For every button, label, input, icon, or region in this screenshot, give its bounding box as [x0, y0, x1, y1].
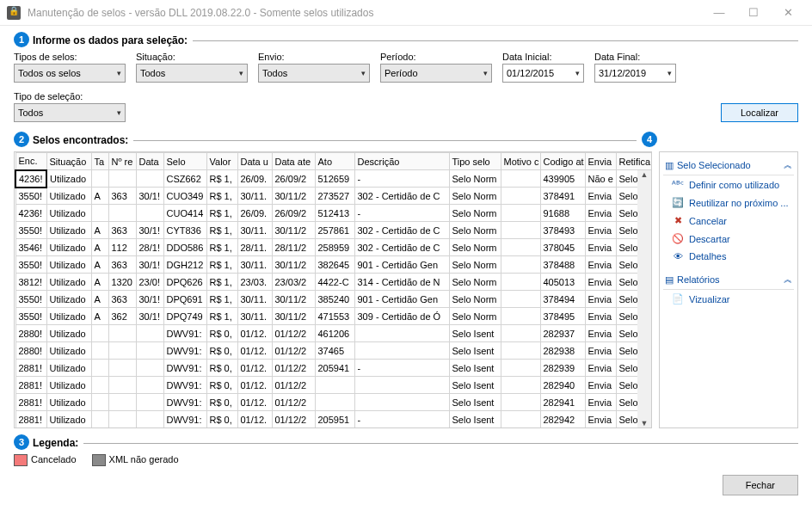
- table-cell: 378491: [540, 188, 585, 205]
- table-cell: 23/03/2: [272, 274, 315, 291]
- minimize-button[interactable]: —: [702, 0, 736, 26]
- column-header[interactable]: Codigo at: [540, 153, 585, 170]
- fechar-button[interactable]: Fechar: [723, 475, 798, 495]
- periodo-select[interactable]: Período ▾: [380, 64, 492, 83]
- table-cell: R$ 1,: [206, 308, 237, 325]
- table-cell: -: [354, 411, 449, 428]
- close-button[interactable]: ✕: [771, 0, 805, 26]
- table-cell: CYT836: [163, 222, 206, 239]
- column-header[interactable]: Ta: [91, 153, 108, 170]
- column-header[interactable]: Ato: [315, 153, 354, 170]
- table-cell: CUO349: [163, 188, 206, 205]
- table-row[interactable]: 3546!UtilizadoA11228/1!DDO586R$ 1,28/11.…: [15, 239, 652, 256]
- localizar-button[interactable]: Localizar: [721, 103, 798, 122]
- table-cell: 901 - Certidão Gen: [354, 256, 449, 274]
- table-row[interactable]: 2881!UtilizadoDWV91:R$ 0,01/12.01/12/2Se…: [15, 394, 652, 411]
- action-label: Vizualizar: [689, 294, 730, 304]
- table-cell: 01/12.: [237, 342, 272, 360]
- table-cell: R$ 1,: [206, 222, 237, 239]
- table-cell: Envia: [585, 205, 616, 222]
- panel-action-item[interactable]: 🔄Reutilizar no próximo ...: [663, 194, 794, 212]
- table-row[interactable]: 3812!UtilizadoA132023/0!DPQ626R$ 1,23/03…: [15, 274, 652, 291]
- table-row[interactable]: 2881!UtilizadoDWV91:R$ 0,01/12.01/12/220…: [15, 428, 652, 429]
- column-header[interactable]: Retifica: [616, 153, 652, 170]
- column-header[interactable]: Situação: [46, 153, 91, 170]
- table-row[interactable]: 2881!UtilizadoDWV91:R$ 0,01/12.01/12/220…: [15, 360, 652, 377]
- table-row[interactable]: 4236!UtilizadoCSZ662R$ 1,26/09.26/09/251…: [15, 170, 652, 188]
- table-cell: 382645: [315, 256, 354, 274]
- panel-action-item[interactable]: 👁Detalhes: [663, 248, 794, 265]
- column-header[interactable]: Nº re: [108, 153, 136, 170]
- column-header[interactable]: Enc.: [15, 153, 46, 170]
- table-cell: 30/11.: [237, 222, 272, 239]
- table-cell: [501, 308, 540, 325]
- column-header[interactable]: Tipo selo: [449, 153, 501, 170]
- panel-action-item[interactable]: 🚫Descartar: [663, 230, 794, 248]
- column-header[interactable]: Data: [136, 153, 163, 170]
- column-header[interactable]: Valor: [206, 153, 237, 170]
- column-header[interactable]: Selo: [163, 153, 206, 170]
- table-row[interactable]: 3550!UtilizadoA36330/1!DGH212R$ 1,30/11.…: [15, 256, 652, 274]
- table-cell: R$ 0,: [206, 394, 237, 411]
- window-title: Manutenção de selos - versão DLL 2019.08…: [28, 7, 702, 19]
- table-cell: -: [354, 428, 449, 429]
- data-inicial-value: 01/12/2015: [507, 68, 554, 78]
- situacao-label: Situação:: [136, 52, 248, 62]
- panel-header-relatorios[interactable]: ▤ Relatórios ︽: [663, 270, 794, 290]
- table-cell: 30/11.: [237, 308, 272, 325]
- table-row[interactable]: 2881!UtilizadoDWV91:R$ 0,01/12.01/12/220…: [15, 411, 652, 428]
- table-cell: [136, 342, 163, 360]
- titlebar: Manutenção de selos - versão DLL 2019.08…: [0, 0, 812, 26]
- table-cell: 461206: [315, 325, 354, 342]
- table-cell: [136, 205, 163, 222]
- table-row[interactable]: 2881!UtilizadoDWV91:R$ 0,01/12.01/12/2Se…: [15, 377, 652, 394]
- table-cell: 205941: [315, 360, 354, 377]
- step-badge-1: 1: [14, 32, 29, 47]
- situacao-select[interactable]: Todos ▾: [136, 64, 248, 83]
- table-cell: [354, 342, 449, 360]
- table-cell: 385240: [315, 291, 354, 308]
- table-cell: 3550!: [15, 308, 46, 325]
- table-cell: 273527: [315, 188, 354, 205]
- tipos-selos-select[interactable]: Todos os selos ▾: [14, 64, 126, 83]
- table-row[interactable]: 3550!UtilizadoA36230/1!DPQ749R$ 1,30/11.…: [15, 308, 652, 325]
- column-header[interactable]: Descrição: [354, 153, 449, 170]
- table-cell: Utilizado: [46, 170, 91, 188]
- table-row[interactable]: 4236!UtilizadoCUO414R$ 1,26/09.26/09/251…: [15, 205, 652, 222]
- tipo-selecao-label: Tipo de seleção:: [14, 91, 126, 101]
- tipo-selecao-select[interactable]: Todos ▾: [14, 103, 126, 122]
- envio-select[interactable]: Todos ▾: [258, 64, 370, 83]
- table-cell: Selo Isent: [449, 394, 501, 411]
- table-cell: [501, 377, 540, 394]
- data-final-input[interactable]: 31/12/2019 ▾: [594, 64, 676, 83]
- table-cell: 30/11/2: [272, 188, 315, 205]
- maximize-button[interactable]: ☐: [736, 0, 771, 26]
- results-table[interactable]: Enc.SituaçãoTaNº reDataSeloValorData uDa…: [15, 152, 652, 428]
- table-cell: 282943: [540, 428, 585, 429]
- table-cell: CSZ662: [163, 170, 206, 188]
- panel-action-item[interactable]: ✖Cancelar: [663, 212, 794, 230]
- column-header[interactable]: Motivo c: [501, 153, 540, 170]
- table-row[interactable]: 2880!UtilizadoDWV91:R$ 0,01/12.01/12/237…: [15, 342, 652, 360]
- vertical-scrollbar[interactable]: ▲ ▼: [637, 170, 651, 428]
- panel-action-item[interactable]: ᴬᴮᶜDefinir como utilizado: [663, 175, 794, 194]
- table-row[interactable]: 2880!UtilizadoDWV91:R$ 0,01/12.01/12/246…: [15, 325, 652, 342]
- table-cell: Selo atu: [616, 428, 652, 429]
- column-header[interactable]: Data u: [237, 153, 272, 170]
- panel-header-selo[interactable]: ▥ Selo Selecionado ︽: [663, 156, 794, 175]
- table-row[interactable]: 3550!UtilizadoA36330/1!CYT836R$ 1,30/11.…: [15, 222, 652, 239]
- column-header[interactable]: Data ate: [272, 153, 315, 170]
- table-cell: 302 - Certidão de C: [354, 188, 449, 205]
- table-row[interactable]: 3550!UtilizadoA36330/1!DPQ691R$ 1,30/11.…: [15, 291, 652, 308]
- table-cell: [501, 342, 540, 360]
- column-header[interactable]: Envia: [585, 153, 616, 170]
- table-cell: [136, 394, 163, 411]
- table-cell: Selo Norm: [449, 170, 501, 188]
- table-cell: Envia: [585, 256, 616, 274]
- panel-action-item[interactable]: 📄Vizualizar: [663, 290, 794, 308]
- data-inicial-input[interactable]: 01/12/2015 ▾: [502, 64, 584, 83]
- table-row[interactable]: 3550!UtilizadoA36330/1!CUO349R$ 1,30/11.…: [15, 188, 652, 205]
- table-cell: R$ 1,: [206, 170, 237, 188]
- table-cell: [501, 394, 540, 411]
- table-cell: [136, 411, 163, 428]
